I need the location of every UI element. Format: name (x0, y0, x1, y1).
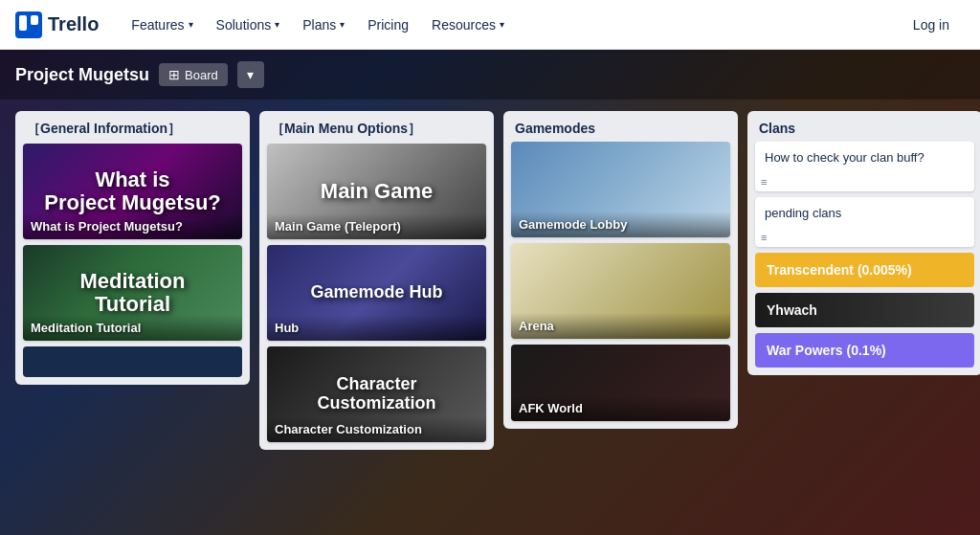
card-arena-label: Arena (511, 313, 730, 339)
list-header-clans: Clans (747, 111, 980, 142)
card-main-game-image: Main Game Main Game (Teleport) (267, 144, 486, 239)
list-gamemodes: Gamemodes Gamemode Lobby Arena (503, 111, 738, 429)
card-what-is-big-title: What isProject Mugetsu? (33, 168, 231, 214)
login-button[interactable]: Log in (898, 11, 965, 38)
nav-pricing[interactable]: Pricing (358, 11, 418, 38)
card-main-game[interactable]: Main Game Main Game (Teleport) (267, 144, 486, 239)
card-character-label: Character Customization (267, 416, 486, 442)
card-war-powers-text: War Powers (0.1%) (767, 343, 886, 358)
card-meditation-big-title: MeditationTutorial (33, 270, 231, 316)
resources-chevron-icon: ▾ (500, 19, 504, 30)
card-character-image: Character Customization Character Custom… (267, 346, 486, 442)
card-pending-clans[interactable]: pending clans ≡ (755, 197, 974, 247)
card-main-game-big-title: Main Game (278, 180, 475, 203)
card-clan-buff-icons: ≡ (755, 174, 974, 191)
list-header-general: ［General Information］ (15, 111, 250, 144)
description-icon: ≡ (761, 176, 767, 188)
card-arena-image: Arena (511, 243, 730, 339)
plans-chevron-icon: ▾ (340, 19, 345, 30)
card-gamemode-hub[interactable]: Gamemode Hub Hub (267, 245, 486, 341)
card-pending-clans-icons: ≡ (755, 230, 974, 247)
card-clan-buff[interactable]: How to check your clan buff? ≡ (755, 142, 974, 191)
board-type-badge[interactable]: ⊞ Board (159, 63, 228, 86)
card-lobby[interactable]: Gamemode Lobby (511, 142, 730, 237)
list-header-main-menu: ［Main Menu Options］ (259, 111, 494, 144)
list-main-menu: ［Main Menu Options］ Main Game Main Game … (259, 111, 494, 450)
list-general: ［General Information］ What isProject Mug… (15, 111, 250, 385)
card-transcendent[interactable]: Transcendent (0.005%) (755, 253, 974, 287)
board-chevron-button[interactable]: ▾ (237, 61, 264, 88)
card-main-game-label: Main Game (Teleport) (267, 213, 486, 239)
card-transcendent-text: Transcendent (0.005%) (767, 262, 912, 278)
card-yhwach-text: Yhwach (767, 302, 817, 318)
card-gamemode-hub-image: Gamemode Hub Hub (267, 245, 486, 341)
card-afk-label: AFK World (511, 395, 730, 421)
card-meditation-image: MeditationTutorial Meditation Tutorial (23, 245, 242, 341)
solutions-chevron-icon: ▾ (275, 19, 279, 30)
svg-rect-2 (31, 15, 38, 25)
nav-right: Log in (898, 11, 965, 38)
card-character-big-title: Character Customization (278, 375, 475, 413)
nav-features[interactable]: Features ▾ (122, 11, 202, 38)
list-clans: Clans How to check your clan buff? ≡ pen… (747, 111, 980, 375)
card-pending-clans-text: pending clans (755, 197, 974, 230)
description-icon-2: ≡ (761, 232, 767, 243)
navbar: Trello Features ▾ Solutions ▾ Plans ▾ Pr… (0, 0, 980, 50)
nav-resources[interactable]: Resources ▾ (422, 11, 514, 38)
card-what-is-image: What isProject Mugetsu? What is Project … (23, 144, 242, 239)
board-type-icon: ⊞ (168, 67, 180, 82)
card-lobby-image: Gamemode Lobby (511, 142, 730, 237)
board-type-label: Board (185, 68, 218, 82)
card-lobby-label: Gamemode Lobby (511, 212, 730, 237)
card-meditation[interactable]: MeditationTutorial Meditation Tutorial (23, 245, 242, 341)
nav-solutions[interactable]: Solutions ▾ (207, 11, 290, 38)
svg-rect-1 (19, 15, 27, 31)
card-afk[interactable]: AFK World (511, 345, 730, 421)
list-cards-gamemodes: Gamemode Lobby Arena AFK World (503, 142, 738, 429)
card-war-powers[interactable]: War Powers (0.1%) (755, 333, 974, 368)
card-what-is-label: What is Project Mugetsu? (23, 213, 242, 239)
card-gamemode-hub-big-title: Gamemode Hub (278, 283, 475, 302)
nav-items: Features ▾ Solutions ▾ Plans ▾ Pricing R… (122, 11, 897, 38)
nav-plans[interactable]: Plans ▾ (293, 11, 354, 38)
board-title: Project Mugetsu (15, 65, 149, 85)
brand-name: Trello (48, 13, 99, 35)
card-what-is[interactable]: What isProject Mugetsu? What is Project … (23, 144, 242, 239)
card-gamemode-hub-label: Hub (267, 315, 486, 341)
lists-area: ［General Information］ What isProject Mug… (0, 100, 980, 535)
list-header-gamemodes: Gamemodes (503, 111, 738, 142)
card-yhwach[interactable]: Yhwach (755, 293, 974, 327)
trello-logo[interactable]: Trello (15, 11, 99, 38)
card-afk-image: AFK World (511, 345, 730, 421)
card-dark-bottom[interactable] (23, 346, 242, 377)
card-clan-buff-text: How to check your clan buff? (755, 142, 974, 174)
board-header: Project Mugetsu ⊞ Board ▾ (0, 50, 980, 100)
card-character[interactable]: Character Customization Character Custom… (267, 346, 486, 442)
list-cards-general: What isProject Mugetsu? What is Project … (15, 144, 250, 385)
card-arena[interactable]: Arena (511, 243, 730, 339)
list-cards-main-menu: Main Game Main Game (Teleport) Gamemode … (259, 144, 494, 450)
features-chevron-icon: ▾ (189, 19, 193, 30)
card-meditation-label: Meditation Tutorial (23, 315, 242, 341)
list-cards-clans: How to check your clan buff? ≡ pending c… (747, 142, 980, 375)
